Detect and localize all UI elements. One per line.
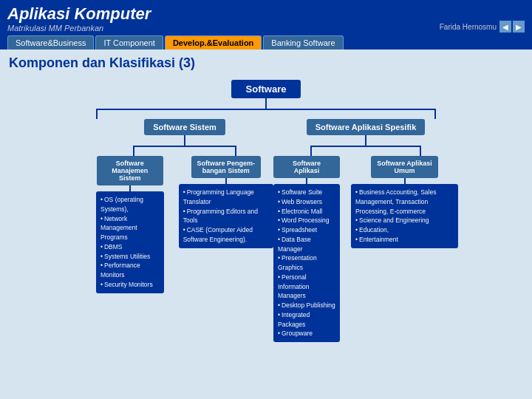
pengembangan-vline <box>225 178 227 184</box>
root-vline-container <box>11 98 521 109</box>
node-pengembangan: Software Pengem-bangan Sistem <box>191 156 262 178</box>
node-spesifik: Software Aplikasi Spesifik <box>307 119 426 135</box>
tab-it-component[interactable]: IT Component <box>95 35 163 50</box>
sistem-section: Software Sistem SoftwareManajemenSistem <box>96 119 273 342</box>
row1-hline-container <box>96 109 436 119</box>
spesifik-v2 <box>420 146 421 156</box>
level1-nodes: Software Sistem SoftwareManajemenSistem <box>96 119 436 342</box>
header-right: Farida Hernosmu ◀ ▶ <box>440 21 525 33</box>
node-aplikasi: SoftwareAplikasi <box>273 156 340 178</box>
pengembangan-list: Programming Language Translator Programm… <box>179 184 273 248</box>
node-sistem: Software Sistem <box>144 119 225 135</box>
nav-tabs: Software&Business IT Component Develop.&… <box>0 35 532 50</box>
spesifik-vline <box>365 135 366 146</box>
sistem-v1 <box>133 146 134 156</box>
root-row: Software <box>11 80 521 98</box>
header-left: Aplikasi Komputer Matrikulasi MM Perbank… <box>7 4 151 33</box>
spesifik-hline <box>310 146 421 147</box>
sistem-v2 <box>235 146 236 156</box>
main-content: Komponen dan Klasifikasi (3) Software So… <box>0 50 532 399</box>
prev-arrow[interactable]: ◀ <box>499 21 511 33</box>
spesifik-hline-container <box>281 146 451 156</box>
node-umum: Software AplikasiUmum <box>371 156 438 178</box>
umum-vline <box>404 178 406 184</box>
tab-software-business[interactable]: Software&Business <box>7 35 94 50</box>
tab-banking-software[interactable]: Banking Software <box>263 35 343 50</box>
row1-hline <box>96 109 436 110</box>
aplikasi-list: Software Suite Web Browsers Electronic M… <box>273 184 340 342</box>
row1-connector <box>11 109 521 119</box>
sistem-hline <box>133 146 236 147</box>
spesifik-children: SoftwareAplikasi Software Suite Web Brow… <box>273 156 458 342</box>
app-title: Aplikasi Komputer <box>7 4 151 24</box>
tree-diagram: Software Software Sistem <box>11 80 521 342</box>
aplikasi-vline <box>306 178 307 184</box>
row1-v1 <box>96 109 98 119</box>
tab-develop-evaluation[interactable]: Develop.&Evaluation <box>165 35 262 50</box>
node-manajemen: SoftwareManajemenSistem <box>97 156 163 185</box>
umum-list: Business Accounting, Sales Management, T… <box>351 184 458 248</box>
header: Aplikasi Komputer Matrikulasi MM Perbank… <box>0 0 532 35</box>
pengembangan-pair: Software Pengem-bangan Sistem Programmin… <box>179 156 273 293</box>
sistem-children: SoftwareManajemenSistem OS (operating Sy… <box>96 156 273 293</box>
page-title: Komponen dan Klasifikasi (3) <box>9 55 523 71</box>
manajemen-list: OS (operating Systems), Network Manageme… <box>96 191 164 293</box>
nav-arrows: ◀ ▶ <box>499 21 525 33</box>
root-vline <box>265 98 267 109</box>
aplikasi-pair: SoftwareAplikasi Software Suite Web Brow… <box>273 156 340 342</box>
author-name: Farida Hernosmu <box>440 23 497 31</box>
next-arrow[interactable]: ▶ <box>513 21 525 33</box>
row1-v2 <box>434 109 436 119</box>
spesifik-v1 <box>310 146 312 156</box>
subtitle: Matrikulasi MM Perbankan <box>7 24 151 33</box>
spesifik-section: Software Aplikasi Spesifik SoftwareAplik… <box>273 119 458 342</box>
manajemen-pair: SoftwareManajemenSistem OS (operating Sy… <box>96 156 164 293</box>
sistem-hline-container <box>103 146 266 156</box>
root-node: Software <box>231 80 301 98</box>
sistem-vline <box>184 135 185 146</box>
umum-pair: Software AplikasiUmum Business Accountin… <box>351 156 458 342</box>
manajemen-vline <box>129 185 131 191</box>
